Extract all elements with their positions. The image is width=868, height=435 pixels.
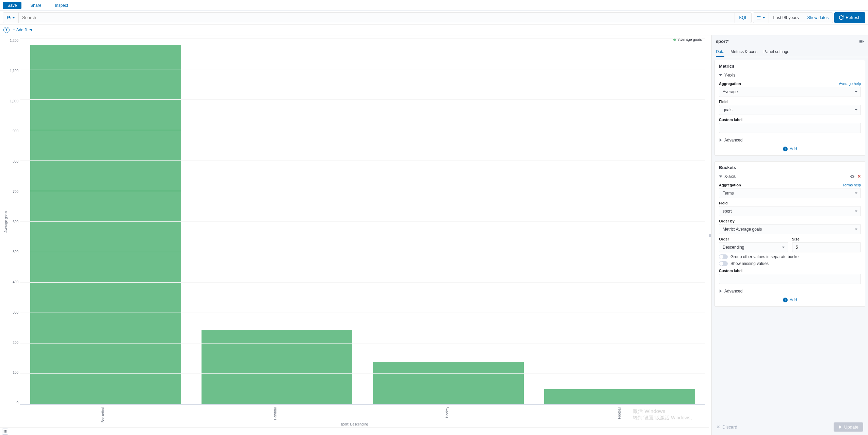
- x-tick: Basketball: [17, 407, 189, 422]
- group-other-toggle-row: Group other values in separate bucket: [719, 254, 861, 259]
- grid-line: [20, 69, 705, 69]
- bar[interactable]: [202, 330, 352, 404]
- add-filter-button[interactable]: + Add filter: [13, 28, 32, 32]
- index-pattern-title: sport*: [716, 39, 729, 44]
- buckets-add-button[interactable]: + Add: [719, 295, 861, 303]
- close-icon: ✕: [717, 424, 720, 430]
- update-button[interactable]: Update: [834, 422, 863, 432]
- x-axis-ticks: BasketballHandballHockeyFootball: [0, 406, 709, 422]
- grid-line: [20, 252, 705, 252]
- share-button[interactable]: Share: [26, 2, 46, 9]
- update-label: Update: [844, 424, 858, 430]
- metrics-add-button[interactable]: + Add: [719, 144, 861, 152]
- tab-data[interactable]: Data: [716, 47, 724, 57]
- group-other-toggle[interactable]: [719, 254, 728, 259]
- chart-bottom-bar: [0, 428, 709, 435]
- filter-bar: + Add filter: [0, 24, 868, 35]
- order-select[interactable]: [719, 242, 788, 252]
- bucket-actions: ✕: [850, 174, 861, 179]
- tab-metrics-axes[interactable]: Metrics & axes: [730, 47, 757, 57]
- chart-grid-toggle-button[interactable]: [2, 429, 8, 435]
- filter-options-button[interactable]: [3, 27, 10, 33]
- custom-label-label: Custom label: [719, 118, 861, 122]
- date-range-text[interactable]: Last 99 years: [769, 13, 803, 23]
- bucket-custom-label-input[interactable]: [719, 274, 861, 284]
- add-label: Add: [790, 298, 797, 302]
- date-range-group: Last 99 years Show dates: [753, 12, 833, 23]
- y-tick: 400: [10, 280, 18, 284]
- search-input[interactable]: [19, 13, 735, 23]
- refresh-button[interactable]: Refresh: [834, 12, 865, 23]
- chart-body: Average goals 1,2001,1001,00090080070060…: [0, 35, 709, 406]
- calendar-icon: [757, 15, 761, 20]
- filter-edit-icon: [5, 28, 8, 32]
- orderby-select[interactable]: [719, 224, 861, 234]
- refresh-icon: [839, 15, 843, 20]
- bar[interactable]: [30, 45, 181, 404]
- bar[interactable]: [373, 362, 524, 404]
- bucket-aggregation-label: Aggregation Terms help: [719, 183, 861, 187]
- y-tick: 1,200: [10, 39, 18, 43]
- panel-footer: ✕ Discard Update: [712, 419, 868, 435]
- size-input[interactable]: [792, 242, 861, 252]
- bucket-custom-label-label: Custom label: [719, 269, 861, 273]
- kql-toggle[interactable]: KQL: [735, 13, 751, 23]
- aggregation-select[interactable]: [719, 87, 861, 97]
- show-dates-button[interactable]: Show dates: [803, 13, 833, 23]
- advanced-accordion[interactable]: Advanced: [719, 136, 861, 144]
- bucket-advanced-accordion[interactable]: Advanced: [719, 287, 861, 295]
- field-select[interactable]: [719, 105, 861, 115]
- discard-label: Discard: [722, 424, 737, 430]
- bucket-aggregation-select[interactable]: [719, 188, 861, 198]
- size-label: Size: [792, 237, 861, 241]
- grid-line: [20, 221, 705, 222]
- field-label: Field: [719, 100, 861, 104]
- x-axis-label: sport: Descending: [0, 422, 709, 428]
- grid-line: [20, 99, 705, 100]
- y-tick: 300: [10, 311, 18, 314]
- yaxis-accordion-header[interactable]: Y-axis: [719, 71, 861, 79]
- advanced-label: Advanced: [724, 138, 742, 143]
- buckets-section: Buckets X-axis ✕ Aggregation Terms help …: [714, 161, 865, 307]
- y-tick: 600: [10, 220, 18, 224]
- yaxis-label: Y-axis: [724, 73, 735, 78]
- top-toolbar: Save Share Inspect: [0, 0, 868, 11]
- orderby-label: Order by: [719, 219, 861, 223]
- panel-resize-handle[interactable]: [709, 35, 711, 435]
- metrics-section: Metrics Y-axis Aggregation Average help …: [714, 60, 865, 156]
- group-other-label: Group other values in separate bucket: [730, 254, 800, 259]
- y-tick: 500: [10, 250, 18, 254]
- y-tick: 0: [10, 401, 18, 405]
- remove-bucket-button[interactable]: ✕: [857, 174, 861, 179]
- show-missing-label: Show missing values: [730, 261, 769, 266]
- order-label: Order: [719, 237, 788, 241]
- x-tick: Handball: [189, 407, 361, 422]
- add-label: Add: [790, 147, 797, 151]
- grip-icon: [709, 232, 711, 239]
- bars-container: [20, 39, 705, 404]
- bar[interactable]: [544, 389, 695, 404]
- custom-label-input[interactable]: [719, 123, 861, 133]
- discard-button[interactable]: ✕ Discard: [717, 422, 737, 432]
- tab-panel-settings[interactable]: Panel settings: [763, 47, 789, 57]
- bucket-aggregation-help-link[interactable]: Terms help: [842, 183, 861, 187]
- chevron-right-icon: [719, 289, 722, 293]
- xaxis-accordion-header[interactable]: X-axis ✕: [719, 173, 861, 180]
- panel-collapse-icon[interactable]: [859, 39, 864, 44]
- chevron-right-icon: [719, 138, 722, 142]
- show-missing-toggle[interactable]: [719, 261, 728, 266]
- y-axis-label: Average goals: [3, 39, 9, 405]
- bucket-field-select[interactable]: [719, 206, 861, 216]
- save-button[interactable]: Save: [3, 2, 21, 9]
- grid-line: [20, 313, 705, 313]
- chevron-down-icon: [762, 16, 765, 19]
- aggregation-help-link[interactable]: Average help: [839, 82, 861, 86]
- saved-query-menu-button[interactable]: [3, 13, 19, 23]
- y-tick: 100: [10, 371, 18, 374]
- inspect-button[interactable]: Inspect: [50, 2, 73, 9]
- toggle-visibility-button[interactable]: [850, 174, 855, 179]
- grid-line: [20, 282, 705, 283]
- x-tick: Football: [533, 407, 706, 422]
- date-picker-button[interactable]: [753, 13, 769, 23]
- chevron-down-icon: [719, 175, 722, 178]
